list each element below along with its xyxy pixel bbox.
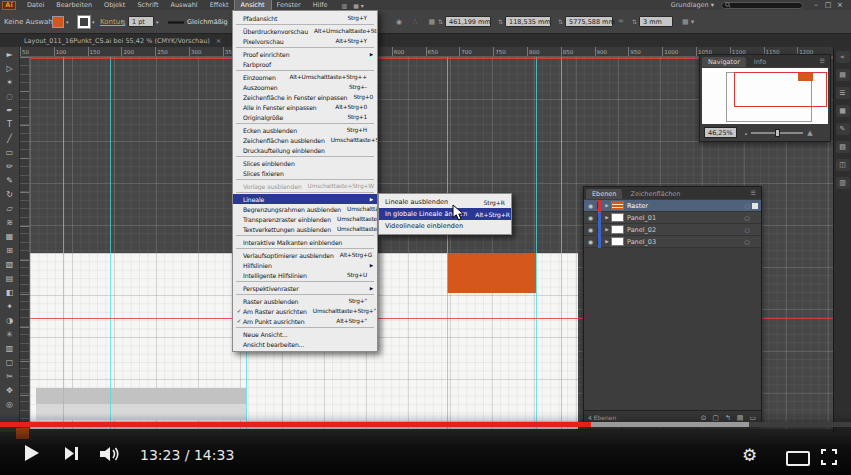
artboard-tool[interactable]: ▢ — [0, 355, 20, 369]
view-menu-item[interactable]: Intelligente Hilfslinien Strg+U — [233, 270, 377, 280]
target-icon[interactable]: ○ — [742, 214, 752, 221]
view-menu-item[interactable]: Pixelvorschau Alt+Strg+Y — [233, 36, 377, 46]
fullscreen-button[interactable] — [820, 448, 838, 470]
view-menu-item[interactable]: Raster ausblenden Strg+" — [233, 296, 377, 306]
y-position-field[interactable]: 118,535 mm — [505, 16, 551, 27]
menubar-item[interactable]: Schrift — [131, 0, 164, 10]
submenu-item[interactable]: In globale Lineale ändern Alt+Strg+R — [379, 208, 511, 220]
view-menu-item[interactable] — [236, 192, 374, 193]
transform-panel-icon[interactable]: ▦ ▾ — [682, 18, 694, 26]
view-menu-item[interactable]: Ansicht bearbeiten... — [233, 339, 377, 349]
view-menu-item[interactable] — [236, 248, 374, 249]
width-field[interactable]: 5775,588 mm — [565, 16, 613, 27]
stroke-dropdown-icon[interactable]: ▾ — [92, 19, 95, 25]
view-menu-item[interactable]: Perspektivenraster ▶ — [233, 283, 377, 293]
submenu-item[interactable]: Videolineale einblenden — [379, 220, 511, 232]
Panel_03[interactable]: ◉ ▶ Panel_03 ○ — [584, 236, 761, 248]
stroke-width-field[interactable]: 1 pt — [128, 16, 154, 27]
zoom-tool[interactable]: ◎ — [0, 397, 20, 411]
view-menu-item[interactable] — [236, 235, 374, 236]
fill-color-swatch[interactable] — [52, 16, 64, 28]
fill-dropdown-icon[interactable]: ▾ — [66, 19, 69, 25]
expand-icon[interactable]: ▶ — [603, 203, 611, 208]
lasso-tool[interactable]: ◌ — [0, 89, 20, 103]
arrange-documents-icon[interactable]: ▥ — [341, 2, 347, 9]
view-menu-item[interactable]: Originalgröße Strg+1 — [233, 112, 377, 122]
artboards-panel-icon[interactable]: ◫ — [836, 159, 850, 171]
player-progress-bar[interactable] — [0, 422, 851, 427]
view-menu-item[interactable]: Druckaufteilung einblenden — [233, 145, 377, 155]
line-tool[interactable]: ╱ — [0, 131, 20, 145]
rotate-tool[interactable]: ↻ — [0, 187, 20, 201]
menubar-item[interactable]: Effekt — [204, 0, 235, 10]
gradient-tool[interactable]: ◧ — [0, 285, 20, 299]
stroke-stepper-icon[interactable]: ⇅ — [121, 19, 126, 26]
direct-selection-tool[interactable]: ▷ — [0, 61, 20, 75]
document-tab[interactable]: Layout_011_16Punkt_CS.ai bei 55,42 % (CM… — [0, 37, 210, 45]
view-menu-item[interactable]: Textverkettungen ausblenden Umschalttast… — [233, 224, 377, 234]
theater-mode-button[interactable] — [786, 451, 810, 466]
view-menu-item[interactable]: Verlaufsoptimierer ausblenden Alt+Strg+G — [233, 250, 377, 260]
play-button[interactable] — [22, 443, 42, 467]
pen-tool[interactable]: ✒ — [0, 103, 20, 117]
view-menu-item[interactable]: Begrenzungsrahmen ausblenden Umschalttas… — [233, 204, 377, 214]
menubar-item[interactable]: Auswahl — [164, 0, 203, 10]
x-position-field[interactable]: 461,199 mm — [445, 16, 491, 27]
window-control-button[interactable]: × — [834, 1, 846, 9]
panel-tab[interactable]: Ebenen — [586, 189, 622, 199]
shape-builder-tool[interactable]: ⊞ — [0, 243, 20, 257]
paintbrush-tool[interactable]: ✏ — [0, 159, 20, 173]
orange-rectangle-object[interactable] — [447, 253, 536, 293]
panel-tab[interactable]: Zeichenflächen — [624, 189, 686, 199]
navigator-view-rectangle[interactable] — [734, 72, 827, 107]
hand-tool[interactable]: ✥ — [0, 383, 20, 397]
view-menu-item[interactable] — [236, 281, 374, 282]
appearance-panel-icon[interactable]: ✎ — [836, 123, 850, 135]
slice-tool[interactable]: ✂ — [0, 369, 20, 383]
panel-tab[interactable]: Info — [748, 57, 772, 67]
perspective-grid-tool[interactable]: ▧ — [0, 257, 20, 271]
link-dimensions-icon[interactable]: ∞ — [618, 17, 624, 25]
width-stepper-icon[interactable]: ⇅ — [558, 18, 563, 25]
view-menu-item[interactable]: Zeichenflächen ausblenden Umschalttaste+… — [233, 135, 377, 145]
view-menu-item[interactable]: ✓ Am Punkt ausrichten Alt+Strg+" — [233, 316, 377, 326]
eye-icon[interactable]: ◉ — [584, 238, 598, 245]
view-menu-item[interactable]: Alle in Fenster einpassen Alt+Strg+0 — [233, 102, 377, 112]
y-stepper-icon[interactable]: ⇅ — [498, 18, 503, 25]
view-menu-item[interactable]: Transparenzraster einblenden Umschalttas… — [233, 214, 377, 224]
expand-icon[interactable]: ▶ — [603, 215, 611, 220]
view-menu-item[interactable] — [236, 179, 374, 180]
view-menu-item[interactable]: Proof einrichten ▶ — [233, 49, 377, 59]
menubar-item[interactable]: Objekt — [98, 0, 131, 10]
stroke-width-dropdown-icon[interactable]: ▾ — [156, 19, 159, 25]
blend-tool[interactable]: ◑ — [0, 313, 20, 327]
magic-wand-tool[interactable]: ✶ — [0, 75, 20, 89]
height-field[interactable]: 3 mm — [639, 16, 673, 27]
expand-icon[interactable]: ▶ — [603, 239, 611, 244]
view-menu-item[interactable]: Einzoomen Alt+Umschalttaste+Strg++ — [233, 72, 377, 82]
stroke-color-swatch[interactable] — [78, 16, 90, 28]
navigator-preview[interactable] — [702, 68, 828, 124]
next-button[interactable] — [64, 446, 80, 465]
Panel_02[interactable]: ◉ ▶ Panel_02 ○ — [584, 224, 761, 236]
view-menu-item[interactable]: Slices fixieren — [233, 168, 377, 178]
reference-point-icon[interactable]: ▦ — [429, 18, 436, 26]
pencil-tool[interactable]: ✎ — [0, 173, 20, 187]
rectangle-tool[interactable]: ▭ — [0, 145, 20, 159]
window-control-button[interactable]: – — [810, 1, 822, 9]
view-menu-item[interactable]: ✓ Am Raster ausrichten Umschalttaste+Str… — [233, 306, 377, 316]
gray-bar-object-top[interactable] — [36, 388, 246, 404]
view-menu-item[interactable] — [236, 156, 374, 157]
eye-icon[interactable]: ◉ — [584, 214, 598, 221]
symbols-panel-icon[interactable]: ▦ — [836, 105, 850, 117]
submenu-item[interactable]: Lineale ausblenden Strg+R — [379, 196, 511, 208]
links-panel-icon[interactable]: ▥ — [836, 177, 850, 189]
close-tab-icon[interactable]: × — [216, 37, 221, 45]
view-menu-item[interactable]: Farbproof — [233, 59, 377, 69]
view-menu-item[interactable]: Ecken ausblenden Strg+H — [233, 125, 377, 135]
height-stepper-icon[interactable]: ⇅ — [632, 18, 637, 25]
zoom-in-icon[interactable]: ▲ — [807, 129, 812, 137]
Panel_01[interactable]: ◉ ▶ Panel_01 ○ — [584, 212, 761, 224]
panel-tab[interactable]: Navigator — [702, 57, 746, 67]
settings-gear-icon[interactable]: ⚙ — [742, 447, 757, 464]
